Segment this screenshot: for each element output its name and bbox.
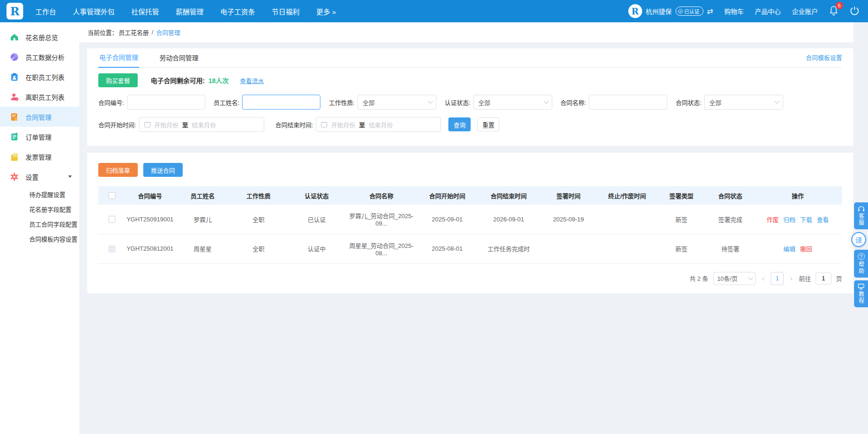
cell-work-type: 全职	[231, 205, 286, 234]
contract-no-label: 合同编号:	[98, 98, 124, 107]
sidebar-item-employee-analytics[interactable]: 员工数据分析	[0, 47, 79, 67]
nav-payslip[interactable]: 电子工资条	[220, 6, 255, 16]
floating-sidebar: 客服 译 ? 帮助 教程	[851, 202, 868, 307]
nav-enterprise-account[interactable]: 企业账户	[792, 6, 818, 16]
nav-salary[interactable]: 薪酬管理	[176, 6, 204, 16]
push-contract-button[interactable]: 推送合同	[143, 163, 183, 177]
breadcrumb-current[interactable]: 合同管理	[156, 28, 180, 37]
breadcrumb-label: 当前位置：	[88, 28, 118, 37]
nav-product-center[interactable]: 产品中心	[755, 6, 781, 16]
cell-contract-status: 签署完成	[707, 205, 753, 234]
next-page-button[interactable]: ›	[788, 275, 794, 282]
cell-contract-no: YGHT250919001	[126, 205, 174, 234]
edit-action[interactable]: 编辑	[783, 246, 795, 253]
void-action[interactable]: 作废	[766, 216, 779, 223]
sidebar-item-resigned-employees[interactable]: 离职员工列表	[0, 87, 79, 107]
sidebar-item-order-management[interactable]: 订单管理	[0, 127, 79, 147]
nav-cart[interactable]: 购物车	[724, 6, 744, 16]
filter-row-1: 合同编号: 员工姓名: 工作性质: 全部 认证状态: 全部 合同名称: 合同状态…	[98, 95, 842, 110]
sidebar-sub-roster-field-config[interactable]: 花名册字段配置	[0, 201, 79, 216]
nav-workbench[interactable]: 工作台	[35, 6, 56, 16]
cell-auth-status: 已认证	[286, 205, 347, 234]
col-contract-name: 合同名称	[347, 186, 415, 205]
employee-name-label: 员工姓名:	[214, 98, 240, 107]
sidebar-item-contract-management[interactable]: 合同管理	[0, 107, 79, 127]
auth-status-select[interactable]: 全部	[473, 95, 552, 110]
brand-logo[interactable]: R	[6, 3, 23, 19]
power-icon	[849, 6, 860, 16]
cell-sign-type: 新签	[656, 205, 707, 234]
employee-name-input[interactable]	[242, 95, 320, 110]
download-action[interactable]: 下载	[800, 216, 812, 223]
breadcrumb: 当前位置： 员工花名册 / 合同管理	[79, 22, 853, 43]
page-size-select[interactable]: 10条/页	[713, 272, 756, 285]
primary-nav: 工作台 人事管理外包 社保托管 薪酬管理 电子工资条 节日福利 更多 »	[35, 6, 336, 16]
sidebar-item-active-employees[interactable]: 在职员工列表	[0, 67, 79, 87]
cell-contract-name: 罗霖儿_劳动合同_2025-09...	[347, 205, 415, 234]
row-checkbox[interactable]	[108, 216, 115, 223]
contract-no-input[interactable]	[127, 95, 205, 110]
nav-more[interactable]: 更多 »	[316, 6, 336, 16]
sidebar-item-settings[interactable]: 设置	[0, 167, 79, 187]
withdraw-action[interactable]: 撤回	[800, 246, 812, 253]
tab-labor-contract[interactable]: 劳动合同管理	[159, 53, 199, 67]
nav-social-security[interactable]: 社保托管	[131, 6, 159, 16]
cell-contract-name: 周星星_劳动合同_2025-08...	[347, 234, 415, 263]
nav-holiday-benefits[interactable]: 节日福利	[272, 6, 300, 16]
sidebar-sub-employee-contract-field-config[interactable]: 员工合同字段配置	[0, 216, 79, 231]
customer-service-button[interactable]: 客服	[854, 202, 868, 229]
translate-button[interactable]: 译	[851, 232, 866, 247]
tutorial-button[interactable]: 教程	[854, 280, 868, 307]
start-time-range-picker[interactable]: 开始月份 至 结束月份	[139, 117, 264, 132]
row-checkbox[interactable]	[108, 246, 115, 253]
cell-employee-name: 周星星	[174, 234, 231, 263]
reset-button[interactable]: 重置	[477, 117, 499, 131]
tab-electronic-contract[interactable]: 电子合同管理	[98, 52, 139, 68]
goto-suffix: 页	[836, 274, 842, 283]
total-count: 共 2 条	[689, 274, 708, 283]
logout-button[interactable]	[849, 6, 860, 17]
cell-start-time: 2025-08-01	[415, 234, 479, 263]
prev-page-button[interactable]: ‹	[760, 275, 766, 282]
company-account[interactable]: R 杭州捷保 已认证 ⇄	[628, 4, 713, 18]
sidebar-sub-todo-reminder-settings[interactable]: 待办提醒设置	[0, 187, 79, 201]
goto-page-input[interactable]	[816, 272, 831, 285]
search-button[interactable]: 查询	[448, 117, 471, 131]
page-number-1[interactable]: 1	[771, 272, 784, 285]
contract-template-settings-link[interactable]: 合同模板设置	[806, 53, 842, 67]
switch-account-icon[interactable]: ⇄	[707, 7, 713, 16]
goto-label: 前往	[799, 274, 811, 283]
person-minus-icon	[9, 92, 19, 102]
cell-sign-type: 新签	[656, 234, 707, 263]
chevron-down-icon	[748, 275, 753, 280]
help-button[interactable]: ? 帮助	[854, 250, 868, 278]
verified-badge: 已认证	[676, 6, 703, 16]
contract-name-label: 合同名称:	[561, 98, 587, 107]
main-content: 当前位置： 员工花名册 / 合同管理 电子合同管理 劳动合同管理 合同模板设置 …	[79, 22, 868, 434]
view-flow-link[interactable]: 查看流水	[240, 76, 264, 85]
contract-tabs: 电子合同管理 劳动合同管理 合同模板设置	[98, 48, 842, 68]
cell-sign-time: 2025-09-19	[538, 205, 599, 234]
archive-stamp-button[interactable]: 归档落章	[98, 163, 138, 177]
headset-icon	[858, 206, 865, 212]
end-time-range-picker[interactable]: 开始月份 至 结束月份	[316, 117, 441, 132]
view-action[interactable]: 查看	[817, 216, 829, 223]
select-all-checkbox[interactable]	[108, 192, 115, 199]
contract-name-input[interactable]	[589, 95, 667, 110]
cell-contract-status: 待签署	[707, 234, 753, 263]
chevron-down-icon	[428, 98, 433, 104]
buy-package-button[interactable]: 购买套餐	[98, 73, 138, 87]
cell-auth-status: 认证中	[286, 234, 347, 263]
notifications-button[interactable]: 6	[829, 6, 838, 17]
pagination: 共 2 条 10条/页 ‹ 1 › 前往 页	[98, 272, 842, 285]
sidebar-sub-contract-template-content-settings[interactable]: 合同模板内容设置	[0, 231, 79, 246]
sidebar-item-roster-overview[interactable]: 花名册总览	[0, 27, 79, 47]
sidebar-item-invoice-management[interactable]: 发票管理	[0, 147, 79, 167]
purchase-row: 购买套餐 电子合同剩余可用: 18人次 查看流水	[98, 73, 842, 87]
contract-status-select[interactable]: 全部	[704, 95, 783, 110]
work-type-select[interactable]: 全部	[357, 95, 436, 110]
nav-hr-outsourcing[interactable]: 人事管理外包	[73, 6, 115, 16]
archive-action[interactable]: 归档	[783, 216, 795, 223]
breadcrumb-parent[interactable]: 员工花名册	[119, 28, 149, 37]
cell-work-type: 全职	[231, 234, 286, 263]
